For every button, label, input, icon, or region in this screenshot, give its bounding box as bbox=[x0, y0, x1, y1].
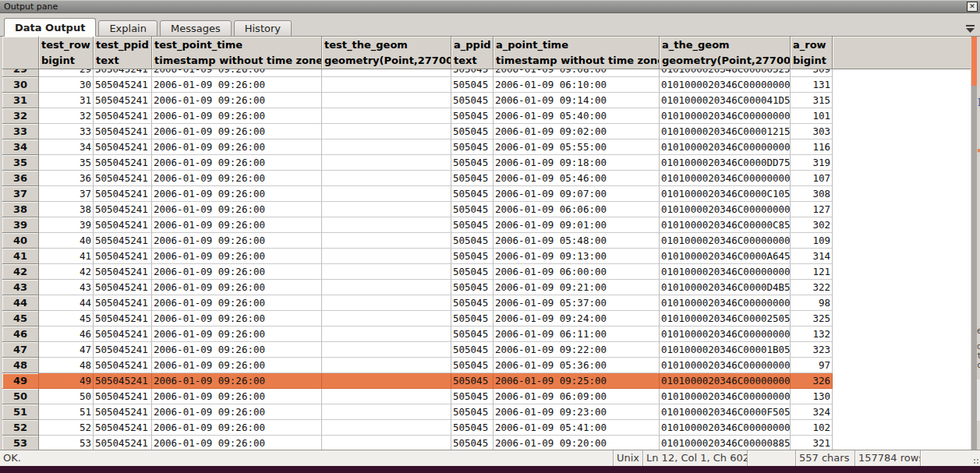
cell-a_ppid[interactable]: 505045 bbox=[451, 186, 494, 202]
cell-test_ppid[interactable]: 505045241 bbox=[94, 420, 152, 436]
cell-a_row[interactable]: 302 bbox=[791, 217, 833, 233]
cell-test_row[interactable]: 32 bbox=[39, 108, 94, 124]
row-label[interactable]: 48 bbox=[2, 358, 39, 373]
vertical-scrollbar-thumb[interactable] bbox=[971, 37, 977, 86]
cell-test_the_geom[interactable] bbox=[322, 171, 451, 186]
cell-a_the_geom[interactable]: 0101000020346C000041D5C0 bbox=[660, 93, 791, 108]
cell-test_row[interactable]: 46 bbox=[39, 327, 94, 342]
cell-test_point_time[interactable]: 2006-01-09 09:26:00 bbox=[152, 358, 322, 373]
cell-test_row[interactable]: 47 bbox=[39, 342, 94, 358]
cell-test_ppid[interactable]: 505045241 bbox=[94, 233, 152, 249]
cell-a_the_geom[interactable]: 0101000020346C0000F505C0 bbox=[660, 404, 791, 420]
cell-test_the_geom[interactable] bbox=[322, 264, 451, 280]
row-label[interactable]: 50 bbox=[2, 389, 39, 404]
cell-a_point_time[interactable]: 2006-01-09 06:06:00 bbox=[494, 202, 660, 217]
cell-a_ppid[interactable]: 505045 bbox=[451, 202, 494, 217]
cell-test_point_time[interactable]: 2006-01-09 09:26:00 bbox=[152, 202, 322, 217]
cell-test_the_geom[interactable] bbox=[322, 404, 451, 420]
cell-a_ppid[interactable]: 505045 bbox=[451, 311, 494, 327]
cell-test_point_time[interactable]: 2006-01-09 09:26:00 bbox=[152, 139, 322, 155]
cell-test_row[interactable]: 53 bbox=[39, 436, 94, 450]
cell-test_point_time[interactable]: 2006-01-09 09:26:00 bbox=[152, 404, 322, 420]
column-header-test_row[interactable]: test_row bigint bbox=[39, 37, 94, 69]
tab-explain[interactable]: Explain bbox=[98, 20, 157, 37]
cell-test_the_geom[interactable] bbox=[322, 389, 451, 404]
cell-a_point_time[interactable]: 2006-01-09 06:09:00 bbox=[494, 389, 660, 404]
cell-a_ppid[interactable]: 505045 bbox=[451, 171, 494, 186]
column-header-test_the_geom[interactable]: test_the_geom geometry(Point,27700) bbox=[322, 37, 451, 69]
cell-test_ppid[interactable]: 505045241 bbox=[94, 404, 152, 420]
cell-a_row[interactable]: 101 bbox=[791, 108, 833, 124]
cell-a_the_geom[interactable]: 0101000020346C0000000000 bbox=[660, 358, 791, 373]
cell-a_point_time[interactable]: 2006-01-09 05:37:00 bbox=[494, 295, 660, 311]
cell-a_row[interactable]: 130 bbox=[791, 389, 833, 404]
cell-a_the_geom[interactable]: 0101000020346C0000000000 bbox=[660, 202, 791, 217]
cell-a_row[interactable]: 308 bbox=[791, 186, 833, 202]
cell-a_ppid[interactable]: 505045 bbox=[451, 139, 494, 155]
cell-a_the_geom[interactable]: 0101000020346C0000000000 bbox=[660, 233, 791, 249]
row-label[interactable]: 35 bbox=[2, 155, 39, 171]
row-label[interactable]: 52 bbox=[2, 420, 39, 436]
row-label[interactable]: 41 bbox=[2, 249, 39, 264]
cell-a_the_geom[interactable]: 0101000020346C00001215C0 bbox=[660, 124, 791, 139]
cell-a_row[interactable]: 107 bbox=[791, 171, 833, 186]
row-label[interactable]: 51 bbox=[2, 404, 39, 420]
cell-test_the_geom[interactable] bbox=[322, 280, 451, 295]
cell-a_ppid[interactable]: 505045 bbox=[451, 124, 494, 139]
cell-test_the_geom[interactable] bbox=[322, 155, 451, 171]
cell-a_row[interactable]: 319 bbox=[791, 155, 833, 171]
cell-a_the_geom[interactable]: 0101000020346C0000D4B5C0 bbox=[660, 280, 791, 295]
cell-test_the_geom[interactable] bbox=[322, 342, 451, 358]
cell-a_ppid[interactable]: 505045 bbox=[451, 249, 494, 264]
cell-test_the_geom[interactable] bbox=[322, 311, 451, 327]
cell-test_ppid[interactable]: 505045241 bbox=[94, 264, 152, 280]
cell-a_the_geom[interactable]: 0101000020346C0000000000 bbox=[660, 373, 791, 389]
cell-a_point_time[interactable]: 2006-01-09 09:14:00 bbox=[494, 93, 660, 108]
cell-a_the_geom[interactable]: 0101000020346C0000000000 bbox=[660, 139, 791, 155]
cell-test_ppid[interactable]: 505045241 bbox=[94, 69, 152, 77]
cell-a_the_geom[interactable]: 0101000020346C0000DD75C0 bbox=[660, 155, 791, 171]
cell-test_row[interactable]: 51 bbox=[39, 404, 94, 420]
cell-a_row[interactable]: 314 bbox=[791, 249, 833, 264]
cell-a_ppid[interactable]: 505045 bbox=[451, 108, 494, 124]
cell-test_row[interactable]: 31 bbox=[39, 93, 94, 108]
cell-test_ppid[interactable]: 505045241 bbox=[94, 249, 152, 264]
cell-a_row[interactable]: 326 bbox=[791, 373, 833, 389]
cell-a_ppid[interactable]: 505045 bbox=[451, 77, 494, 93]
cell-a_ppid[interactable]: 505045 bbox=[451, 436, 494, 450]
cell-test_ppid[interactable]: 505045241 bbox=[94, 202, 152, 217]
cell-test_row[interactable]: 36 bbox=[39, 171, 94, 186]
cell-a_point_time[interactable]: 2006-01-09 05:40:00 bbox=[494, 108, 660, 124]
cell-a_row[interactable]: 116 bbox=[791, 139, 833, 155]
cell-a_the_geom[interactable]: 0101000020346C0000000000 bbox=[660, 389, 791, 404]
cell-test_the_geom[interactable] bbox=[322, 373, 451, 389]
cell-test_row[interactable]: 43 bbox=[39, 280, 94, 295]
cell-test_point_time[interactable]: 2006-01-09 09:26:00 bbox=[152, 124, 322, 139]
tab-data-output[interactable]: Data Output bbox=[4, 18, 96, 37]
cell-test_the_geom[interactable] bbox=[322, 217, 451, 233]
row-label[interactable]: 31 bbox=[2, 93, 39, 108]
cell-a_point_time[interactable]: 2006-01-09 05:48:00 bbox=[494, 233, 660, 249]
cell-test_row[interactable]: 38 bbox=[39, 202, 94, 217]
row-label[interactable]: 32 bbox=[2, 108, 39, 124]
row-label[interactable]: 34 bbox=[2, 139, 39, 155]
cell-test_row[interactable]: 52 bbox=[39, 420, 94, 436]
row-label[interactable]: 49 bbox=[2, 373, 39, 389]
cell-a_ppid[interactable]: 505045 bbox=[451, 233, 494, 249]
cell-a_row[interactable]: 102 bbox=[791, 420, 833, 436]
cell-a_ppid[interactable]: 505045 bbox=[451, 295, 494, 311]
cell-test_point_time[interactable]: 2006-01-09 09:26:00 bbox=[152, 342, 322, 358]
cell-a_ppid[interactable]: 505045 bbox=[451, 69, 494, 77]
cell-a_the_geom[interactable]: 0101000020346C0000000000 bbox=[660, 77, 791, 93]
cell-test_the_geom[interactable] bbox=[322, 69, 451, 77]
cell-a_ppid[interactable]: 505045 bbox=[451, 389, 494, 404]
cell-test_row[interactable]: 30 bbox=[39, 77, 94, 93]
cell-a_point_time[interactable]: 2006-01-09 09:24:00 bbox=[494, 311, 660, 327]
cell-test_the_geom[interactable] bbox=[322, 233, 451, 249]
cell-a_the_geom[interactable]: 0101000020346C0000000000 bbox=[660, 420, 791, 436]
cell-test_ppid[interactable]: 505045241 bbox=[94, 295, 152, 311]
cell-a_ppid[interactable]: 505045 bbox=[451, 404, 494, 420]
row-label[interactable]: 46 bbox=[2, 327, 39, 342]
cell-test_row[interactable]: 40 bbox=[39, 233, 94, 249]
cell-a_point_time[interactable]: 2006-01-09 06:10:00 bbox=[494, 77, 660, 93]
